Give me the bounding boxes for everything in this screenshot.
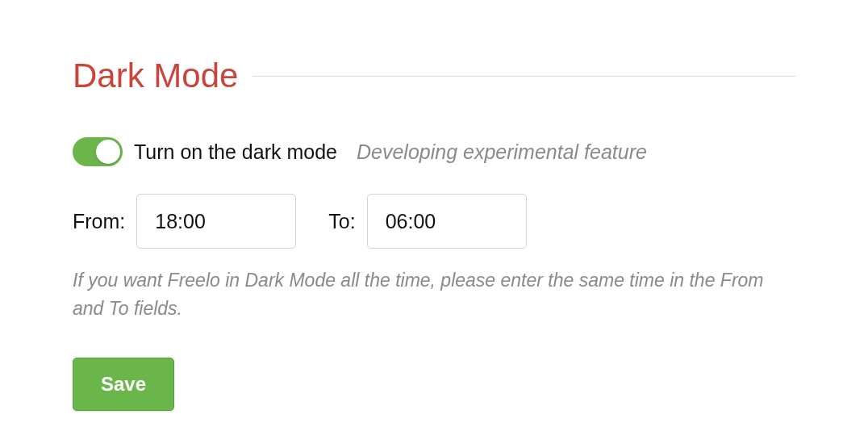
dark-mode-toggle-row: Turn on the dark mode Developing experim…: [73, 137, 795, 166]
section-title: Dark Mode: [73, 57, 238, 95]
to-group: To:: [328, 194, 526, 249]
section-divider: [252, 76, 795, 77]
from-label: From:: [73, 210, 125, 233]
time-range-row: From: To:: [73, 194, 795, 249]
dark-mode-toggle-label: Turn on the dark mode: [134, 140, 337, 164]
to-label: To:: [328, 210, 355, 233]
section-header: Dark Mode: [73, 57, 795, 95]
dark-mode-hint: Developing experimental feature: [357, 140, 647, 164]
from-time-input[interactable]: [136, 194, 296, 249]
dark-mode-toggle[interactable]: [73, 137, 123, 166]
save-button[interactable]: Save: [73, 358, 174, 411]
toggle-knob: [96, 140, 120, 164]
to-time-input[interactable]: [367, 194, 527, 249]
help-text: If you want Freelo in Dark Mode all the …: [73, 266, 782, 322]
